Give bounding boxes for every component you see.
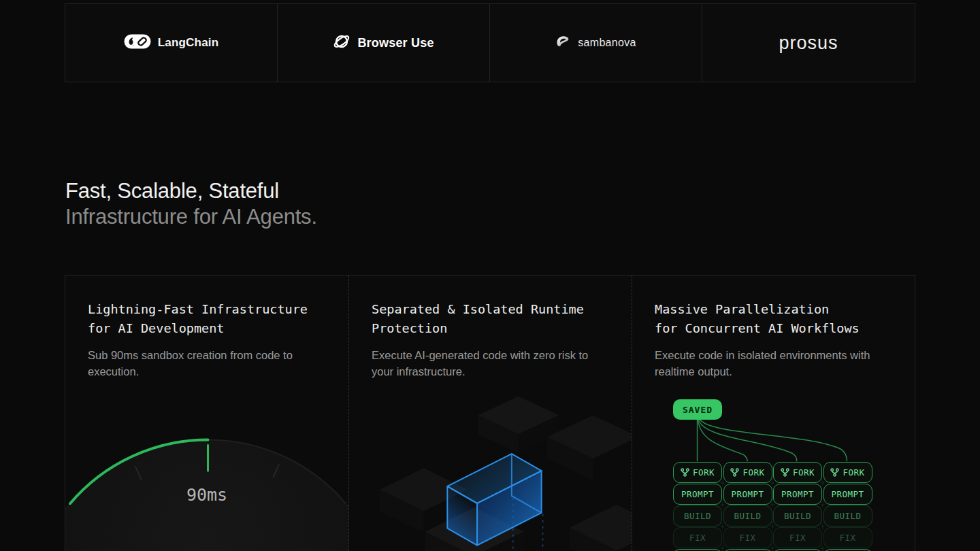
node-build-4: BUILD [823, 505, 872, 527]
fork-icon [730, 468, 739, 477]
card-isolation: Separated & Isolated Runtime Protection … [348, 276, 632, 551]
prosus-label: prosus [779, 33, 838, 54]
logo-cell-browser-use[interactable]: Browser Use [278, 4, 490, 82]
browser-use-label: Browser Use [357, 36, 434, 50]
node-label: BUILD [684, 511, 711, 521]
feature-cards: Lightning-Fast Infrastructure for AI Dev… [65, 275, 915, 551]
node-prompt-1: PROMPT [673, 484, 722, 505]
partner-logo-bar: LangChain Browser Use sambanov [65, 3, 915, 82]
sambanova-label: sambanova [578, 37, 636, 49]
node-label: BUILD [834, 511, 861, 521]
node-label: FIX [739, 533, 755, 543]
node-build-3: BUILD [773, 505, 822, 527]
node-label: FORK [742, 467, 764, 478]
node-prompt-2: PROMPT [723, 484, 772, 505]
card-speed-description: Sub 90ms sandbox creation from code to e… [88, 347, 323, 380]
node-label: PROMPT [681, 489, 714, 499]
card-speed-title: Lightning-Fast Infrastructure for AI Dev… [88, 300, 326, 338]
node-label: BUILD [784, 511, 811, 521]
node-fix-4: FIX [823, 527, 872, 548]
node-fork-4: FORK [823, 462, 872, 483]
node-label: FORK [693, 467, 715, 478]
card-isolation-description: Execute AI-generated code with zero risk… [372, 347, 606, 380]
node-label: FIX [689, 533, 706, 543]
card-isolation-title: Separated & Isolated Runtime Protection [372, 300, 609, 338]
node-fork-1: FORK [673, 462, 722, 483]
node-fix-1: FIX [673, 527, 722, 548]
logo-cell-sambanova[interactable]: sambanova [490, 4, 702, 82]
node-label: FIX [789, 533, 806, 543]
card-parallelization: Massive Parallelization for Concurrent A… [632, 276, 915, 551]
hero-title-line2: Infrastructure for AI Agents. [65, 204, 317, 230]
fork-diagram: SAVED FORKFORKFORKFORKPROMPTPROMPTPROMPT… [632, 276, 915, 551]
card-speed: Lightning-Fast Infrastructure for AI Dev… [65, 276, 348, 551]
node-fix-3: FIX [773, 527, 822, 548]
node-label: FORK [843, 467, 864, 478]
node-label: BUILD [734, 511, 761, 521]
node-build-1: BUILD [673, 505, 722, 527]
fork-icon [830, 468, 839, 477]
gauge-value: 90ms [65, 485, 348, 505]
fork-icon [781, 468, 789, 477]
langchain-label: LangChain [158, 36, 219, 50]
node-label: PROMPT [781, 489, 814, 499]
node-prompt-3: PROMPT [773, 484, 822, 505]
langchain-icon [124, 34, 151, 52]
hero-title-line1: Fast, Scalable, Stateful [65, 178, 317, 204]
browser-use-icon [333, 33, 350, 53]
node-build-2: BUILD [723, 505, 772, 527]
fork-icon [681, 468, 689, 477]
node-label: PROMPT [831, 489, 864, 499]
node-label: PROMPT [731, 489, 764, 499]
node-label: FORK [793, 467, 815, 478]
node-prompt-4: PROMPT [823, 484, 872, 505]
sambanova-icon [555, 33, 571, 52]
saved-badge: SAVED [673, 399, 722, 420]
logo-cell-langchain[interactable]: LangChain [65, 4, 278, 82]
node-label: FIX [839, 533, 855, 543]
logo-cell-prosus[interactable]: prosus [702, 4, 915, 82]
node-fork-2: FORK [723, 462, 772, 483]
node-fix-2: FIX [723, 527, 772, 548]
hero-heading: Fast, Scalable, Stateful Infrastructure … [65, 178, 317, 230]
node-fork-3: FORK [773, 462, 822, 483]
